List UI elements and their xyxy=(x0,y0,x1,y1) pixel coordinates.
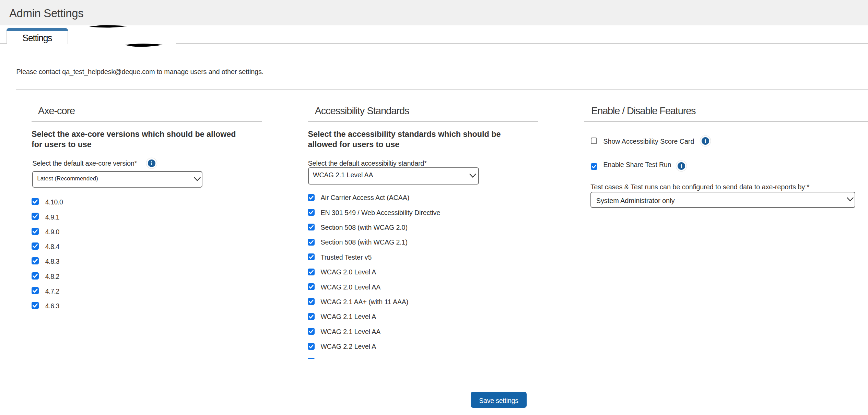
svg-text:i: i xyxy=(680,163,682,169)
svg-text:i: i xyxy=(705,138,706,144)
svg-text:i: i xyxy=(151,160,153,167)
